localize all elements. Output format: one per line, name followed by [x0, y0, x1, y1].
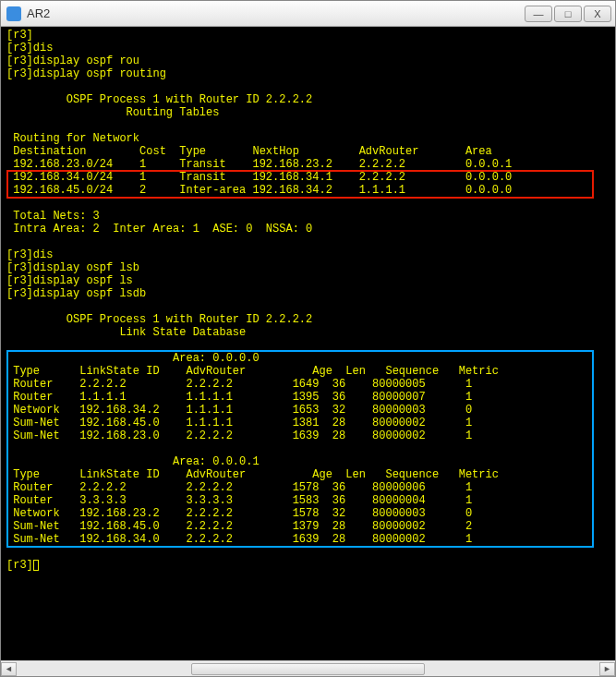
terminal-output: [r3] [r3]dis [r3]display ospf rou [r3]di… [1, 27, 615, 575]
app-window: AR2 — □ X [r3] [r3]dis [r3]display ospf … [0, 0, 616, 677]
maximize-button[interactable]: □ [554, 6, 582, 22]
terminal-area[interactable]: [r3] [r3]dis [r3]display ospf rou [r3]di… [1, 27, 615, 660]
titlebar[interactable]: AR2 — □ X [1, 1, 615, 27]
close-button[interactable]: X [584, 6, 611, 22]
scroll-right-button[interactable]: ► [599, 662, 615, 676]
window-buttons: — □ X [525, 6, 611, 22]
app-icon [6, 6, 21, 21]
minimize-button[interactable]: — [525, 6, 552, 22]
scroll-thumb[interactable] [191, 663, 424, 675]
scroll-track[interactable] [17, 662, 599, 676]
window-title: AR2 [27, 6, 525, 20]
horizontal-scrollbar[interactable]: ◄ ► [1, 660, 615, 676]
scroll-left-button[interactable]: ◄ [1, 662, 17, 676]
